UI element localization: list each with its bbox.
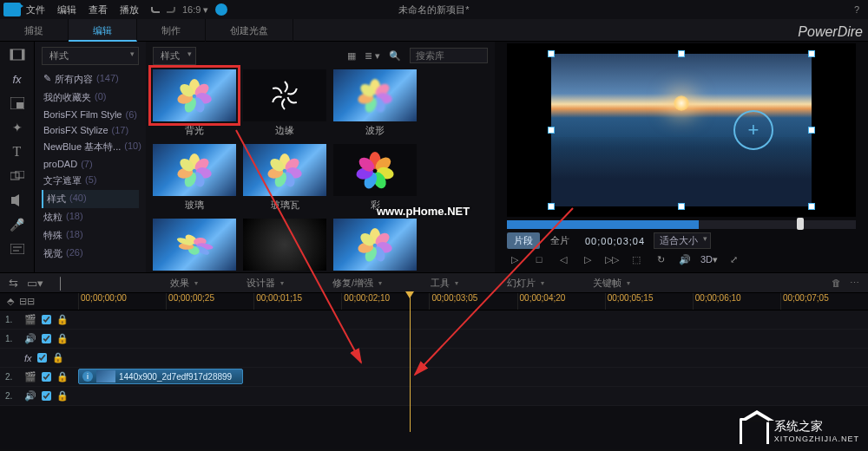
effect-thumb[interactable] (333, 219, 417, 271)
effect-thumb-edge[interactable] (243, 69, 326, 121)
rail-subtitle-icon[interactable] (8, 241, 27, 257)
track-lane[interactable] (78, 387, 868, 405)
track-lock-icon[interactable]: 🔒 (56, 314, 69, 325)
effect-card[interactable]: 波形 (333, 69, 417, 137)
sidebar-item-particle[interactable]: 炫粒(18) (42, 208, 139, 226)
more-icon[interactable]: ⋯ (850, 278, 859, 289)
effect-thumb[interactable] (153, 219, 236, 271)
track-enable-checkbox[interactable] (42, 333, 51, 344)
fast-forward-button[interactable]: ▷▷ (604, 252, 620, 266)
tool-tools[interactable]: 工具 (406, 277, 483, 290)
resize-handle[interactable] (808, 203, 815, 210)
track-lock-icon[interactable]: 🔒 (52, 352, 64, 363)
sort-combo[interactable]: 样式 (153, 47, 196, 65)
resize-handle[interactable] (548, 127, 555, 134)
tab-edit[interactable]: 编辑 (69, 19, 137, 42)
preview-scrubber[interactable] (507, 220, 856, 229)
resize-handle[interactable] (678, 203, 685, 210)
effect-thumb-backlight[interactable] (153, 69, 236, 121)
sidebar-item-style[interactable]: 样式(40) (42, 190, 139, 208)
effect-card[interactable] (243, 219, 326, 271)
list-view-icon[interactable]: ≣ ▾ (365, 50, 380, 62)
effect-card[interactable]: 背光 (153, 69, 236, 137)
track-mgr-icon[interactable]: │ (57, 277, 64, 290)
track-lock-icon[interactable]: 🔒 (56, 333, 69, 344)
track-enable-checkbox[interactable] (42, 390, 51, 402)
rail-fx-icon[interactable]: fx (8, 71, 27, 87)
menu-play[interactable]: 播放 (120, 3, 139, 16)
tab-produce[interactable]: 制作 (137, 19, 206, 42)
effect-card[interactable]: 彩 (333, 144, 417, 212)
sidebar-item-borisfx-stylize[interactable]: BorisFX Stylize(17) (42, 122, 139, 138)
track-lane[interactable] (78, 330, 868, 348)
effect-thumb-color[interactable] (333, 144, 417, 196)
effect-thumb-glasstile[interactable] (243, 144, 326, 196)
menu-file[interactable]: 文件 (26, 3, 45, 16)
sidebar-item-borisfx-film[interactable]: BorisFX Film Style(6) (42, 107, 139, 122)
track-lane[interactable] (78, 310, 868, 329)
snapshot-button[interactable]: ⬚ (628, 252, 644, 266)
sidebar-item-textmask[interactable]: 文字遮罩(5) (42, 172, 139, 190)
effect-card[interactable]: 玻璃 (153, 144, 236, 212)
timecode-display[interactable]: 00;00;03;04 (585, 236, 645, 246)
trash-icon[interactable]: 🗑 (832, 278, 841, 289)
tool-fix[interactable]: 修复/增强 (308, 277, 406, 290)
track-view-icon[interactable]: ▭▾ (27, 277, 43, 290)
tool-designer[interactable]: 设计器 (222, 277, 308, 290)
rail-transition-icon[interactable] (8, 168, 27, 184)
track-enable-checkbox[interactable] (42, 371, 51, 382)
tab-disc[interactable]: 创建光盘 (206, 19, 293, 42)
effect-card[interactable] (153, 219, 236, 271)
play-button[interactable]: ▷ (507, 252, 523, 266)
playhead[interactable] (410, 293, 411, 432)
timeline-clip[interactable]: i1440x900_2d7edf917d28899 (78, 369, 243, 384)
preview-canvas[interactable]: + (507, 43, 856, 217)
rail-voice-icon[interactable]: 🎤 (8, 217, 27, 232)
sidebar-item-all[interactable]: ✎所有内容(147) (42, 70, 139, 88)
effect-thumb-wave[interactable] (333, 69, 417, 121)
tool-slideshow[interactable]: 幻灯片 (483, 277, 569, 290)
resize-handle[interactable] (548, 50, 555, 57)
loop-button[interactable]: ↻ (653, 252, 668, 266)
track-enable-checkbox[interactable] (42, 314, 51, 325)
rail-title-icon[interactable]: T (8, 144, 27, 160)
search-input[interactable] (410, 48, 488, 63)
effect-card[interactable] (333, 219, 417, 271)
effect-thumb[interactable] (243, 219, 326, 271)
sidebar-item-visual[interactable]: 视觉(26) (42, 245, 139, 263)
stop-button[interactable]: □ (531, 252, 547, 266)
track-lane[interactable]: i1440x900_2d7edf917d28899 (78, 368, 868, 386)
add-overlay-button[interactable]: + (733, 110, 773, 150)
marker-icon[interactable]: ⬘ (7, 296, 14, 307)
mode-clip-button[interactable]: 片段 (507, 232, 540, 249)
resize-handle[interactable] (808, 127, 815, 134)
rail-audio-icon[interactable] (8, 193, 27, 208)
grid-view-icon[interactable]: ▦ (347, 50, 356, 62)
tool-effect[interactable]: 效果 (146, 277, 222, 290)
effect-card[interactable]: 玻璃瓦 (243, 144, 326, 212)
ruler-ticks[interactable]: 00;00;00;00 00;00;00;25 00;00;01;15 00;0… (78, 293, 868, 310)
scrub-knob[interactable] (797, 218, 804, 230)
fit-dropdown[interactable]: 适合大小 (654, 232, 711, 249)
effect-card[interactable]: 边缘 (243, 69, 326, 137)
rail-particle-icon[interactable]: ✦ (8, 120, 27, 135)
3d-dropdown[interactable]: 3D ▾ (701, 252, 717, 266)
tracks-menu-icon[interactable]: ⇆ (9, 277, 18, 290)
sidebar-item-prodad[interactable]: proDAD(7) (42, 156, 139, 172)
redo-icon[interactable] (167, 7, 175, 13)
resize-handle[interactable] (808, 50, 815, 57)
split-icon[interactable]: ⊟⊟ (19, 296, 35, 307)
track-lane[interactable] (78, 349, 868, 367)
prev-frame-button[interactable]: ◁ (556, 252, 571, 266)
dock-button[interactable]: ⤢ (726, 252, 741, 266)
rail-pip-icon[interactable] (8, 95, 27, 111)
resize-handle[interactable] (548, 203, 555, 210)
tool-keyframe[interactable]: 关键帧 (569, 277, 654, 290)
rail-media-icon[interactable] (8, 47, 27, 62)
timeline-ruler[interactable]: ⬘ ⊟⊟ 00;00;00;00 00;00;00;25 00;00;01;15… (0, 293, 868, 310)
mode-movie-button[interactable]: 全片 (543, 232, 576, 249)
sidebar-item-special[interactable]: 特殊(18) (42, 226, 139, 245)
notification-icon[interactable] (215, 3, 227, 16)
help-button[interactable]: ? (854, 4, 859, 15)
track-enable-checkbox[interactable] (37, 352, 47, 363)
